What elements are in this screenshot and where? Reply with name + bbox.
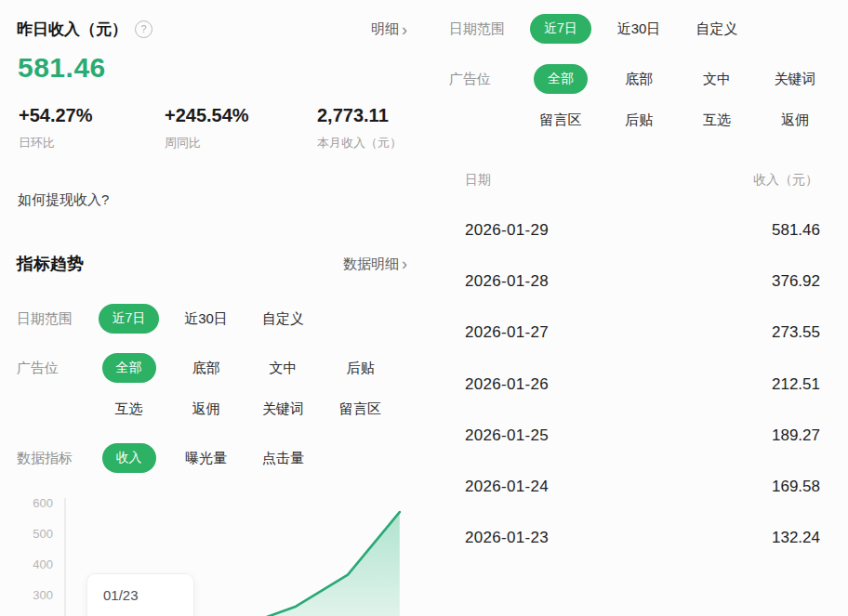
- row-income: 376.92: [772, 272, 820, 291]
- trend-section-header: 指标趋势 数据明细 ›: [17, 253, 407, 275]
- data-detail-link[interactable]: 数据明细 ›: [343, 256, 407, 273]
- filter-option-all-selected[interactable]: 全部: [534, 64, 588, 94]
- filter-option-rebate[interactable]: 返佣: [192, 400, 220, 418]
- income-card-title: 昨日收入（元）: [17, 19, 127, 40]
- filter-row-ad-slot: 广告位 全部 底部 文中 后贴 互选 返佣 关键词 留言区: [17, 353, 417, 424]
- row-date: 2026-01-27: [465, 323, 549, 342]
- filter-row-ad-slot: 广告位 全部 底部 文中 关键词 留言区 后贴 互选 返佣: [449, 64, 844, 135]
- chevron-right-icon: ›: [402, 256, 407, 272]
- row-date: 2026-01-23: [465, 529, 549, 547]
- filter-label: 广告位: [17, 353, 90, 424]
- filter-option-comments[interactable]: 留言区: [339, 400, 381, 418]
- row-income: 132.24: [772, 529, 820, 547]
- row-date: 2026-01-28: [465, 272, 549, 291]
- income-detail-link[interactable]: 明细 ›: [371, 20, 407, 38]
- trend-section-title: 指标趋势: [17, 253, 84, 275]
- filter-option-income-selected[interactable]: 收入: [102, 443, 156, 473]
- filter-option-bottom[interactable]: 底部: [625, 71, 653, 88]
- stat-month-income: 2,773.11 本月收入（元）: [317, 105, 402, 151]
- income-table: 2026-01-29 581.46 2026-01-28 376.92 2026…: [465, 204, 820, 564]
- filter-options: 全部 底部 文中 关键词 留言区 后贴 互选 返佣: [522, 64, 841, 135]
- row-income: 212.51: [772, 375, 820, 394]
- chevron-right-icon: ›: [402, 21, 407, 38]
- filter-label: 日期范围: [449, 14, 522, 44]
- table-row: 2026-01-28 376.92: [465, 256, 820, 307]
- filter-option-mutual[interactable]: 互选: [703, 111, 731, 129]
- stat-label: 周同比: [165, 135, 249, 151]
- filter-option-postroll[interactable]: 后贴: [625, 111, 653, 129]
- how-to-withdraw-link[interactable]: 如何提现收入?: [18, 191, 109, 209]
- y-tick-600: 600: [16, 496, 53, 510]
- yesterday-income-value: 581.46: [18, 52, 106, 84]
- row-income: 273.55: [772, 323, 820, 342]
- filter-option-last7days-selected[interactable]: 近7日: [99, 304, 160, 334]
- filter-options: 收入 曝光量 点击量: [90, 443, 406, 473]
- income-detail-label: 明细: [371, 20, 399, 38]
- filter-label: 数据指标: [17, 443, 90, 473]
- table-row: 2026-01-24 169.58: [465, 461, 820, 512]
- filter-option-custom[interactable]: 自定义: [696, 20, 738, 38]
- filter-row-date-range: 日期范围 近7日 近30日 自定义: [17, 304, 417, 334]
- filter-option-last30days[interactable]: 近30日: [617, 20, 661, 38]
- question-circle-icon[interactable]: ?: [135, 20, 152, 38]
- ad-revenue-dashboard: 昨日收入（元） ? 明细 › 581.46 +54.27% 日环比 +245.5…: [0, 0, 848, 616]
- filter-option-keyword[interactable]: 关键词: [262, 400, 304, 418]
- filter-option-rebate[interactable]: 返佣: [781, 111, 809, 129]
- stat-value: 2,773.11: [317, 105, 402, 126]
- table-row: 2026-01-23 132.24: [465, 513, 820, 564]
- table-row: 2026-01-27 273.55: [465, 308, 820, 359]
- filter-label: 广告位: [449, 64, 522, 135]
- filter-option-impressions[interactable]: 曝光量: [185, 450, 227, 467]
- filter-option-clicks[interactable]: 点击量: [262, 450, 304, 467]
- stat-value: +54.27%: [19, 105, 93, 126]
- right-filter-group: 日期范围 近7日 近30日 自定义 广告位 全部 底部 文中 关键词 留言区 后…: [449, 14, 844, 155]
- filter-options: 近7日 近30日 自定义: [522, 14, 841, 44]
- filter-option-custom[interactable]: 自定义: [262, 310, 304, 328]
- filter-option-intext[interactable]: 文中: [270, 360, 298, 377]
- row-date: 2026-01-24: [465, 478, 549, 496]
- table-header-income: 收入（元）: [753, 172, 818, 189]
- table-row: 2026-01-25 189.27: [465, 410, 820, 461]
- income-card-header: 昨日收入（元） ? 明细 ›: [17, 19, 407, 40]
- filter-option-all-selected[interactable]: 全部: [102, 353, 156, 383]
- filter-options: 近7日 近30日 自定义: [90, 304, 406, 334]
- filter-row-metric: 数据指标 收入 曝光量 点击量: [17, 443, 417, 473]
- filter-option-bottom[interactable]: 底部: [192, 360, 220, 377]
- table-row: 2026-01-29 581.46: [465, 204, 820, 256]
- y-tick-500: 500: [16, 527, 53, 541]
- stat-week-over-week: +245.54% 周同比: [165, 105, 249, 151]
- filter-option-intext[interactable]: 文中: [703, 71, 731, 88]
- stat-value: +245.54%: [165, 105, 249, 126]
- filter-option-mutual[interactable]: 互选: [115, 400, 143, 418]
- trend-chart-svg: [0, 492, 423, 616]
- row-date: 2026-01-29: [465, 221, 549, 240]
- row-income: 169.58: [772, 478, 820, 496]
- row-income: 189.27: [772, 426, 820, 445]
- table-header-date: 日期: [465, 172, 491, 189]
- filter-option-last30days[interactable]: 近30日: [184, 310, 228, 328]
- stat-label: 日环比: [19, 135, 93, 151]
- filter-label: 日期范围: [17, 304, 90, 334]
- stat-label: 本月收入（元）: [317, 135, 402, 151]
- tooltip-date: 01/23: [103, 587, 193, 603]
- filter-options: 全部 底部 文中 后贴 互选 返佣 关键词 留言区: [90, 353, 406, 424]
- filter-row-date-range: 日期范围 近7日 近30日 自定义: [449, 14, 844, 44]
- stat-day-over-day: +54.27% 日环比: [19, 105, 93, 151]
- y-tick-300: 300: [16, 588, 53, 602]
- table-row: 2026-01-26 212.51: [465, 359, 820, 410]
- filter-option-comments[interactable]: 留言区: [540, 111, 582, 129]
- row-income: 581.46: [772, 221, 820, 240]
- row-date: 2026-01-26: [465, 375, 549, 394]
- filter-option-postroll[interactable]: 后贴: [347, 360, 375, 377]
- filter-option-keyword[interactable]: 关键词: [775, 71, 816, 88]
- table-header: 日期 收入（元）: [465, 172, 818, 189]
- row-date: 2026-01-25: [465, 426, 549, 445]
- y-tick-400: 400: [16, 557, 53, 571]
- chart-tooltip: 01/23 132.24: [86, 573, 194, 616]
- left-filter-group: 日期范围 近7日 近30日 自定义 广告位 全部 底部 文中 后贴 互选 返佣 …: [17, 304, 417, 492]
- filter-option-last7days-selected[interactable]: 近7日: [530, 14, 591, 44]
- data-detail-label: 数据明细: [343, 256, 399, 273]
- trend-chart[interactable]: [0, 492, 423, 616]
